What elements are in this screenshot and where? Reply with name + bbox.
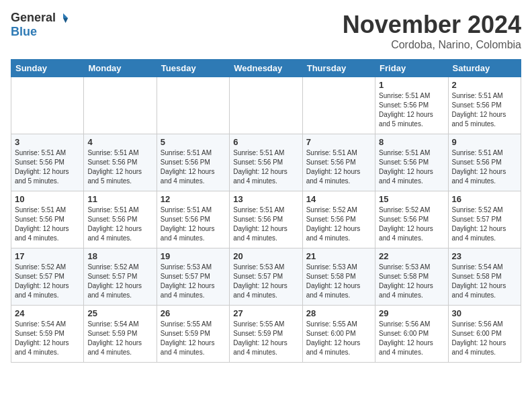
calendar-cell: 15Sunrise: 5:52 AM Sunset: 5:56 PM Dayli… bbox=[375, 191, 448, 248]
day-info: Sunrise: 5:52 AM Sunset: 5:57 PM Dayligh… bbox=[15, 263, 80, 300]
day-info: Sunrise: 5:51 AM Sunset: 5:56 PM Dayligh… bbox=[379, 91, 444, 129]
day-number: 14 bbox=[306, 194, 371, 204]
day-info: Sunrise: 5:52 AM Sunset: 5:57 PM Dayligh… bbox=[87, 263, 152, 300]
day-info: Sunrise: 5:51 AM Sunset: 5:56 PM Dayligh… bbox=[87, 205, 152, 243]
weekday-header-thursday: Thursday bbox=[302, 60, 375, 77]
day-info: Sunrise: 5:55 AM Sunset: 5:59 PM Dayligh… bbox=[233, 320, 298, 357]
day-info: Sunrise: 5:56 AM Sunset: 6:00 PM Dayligh… bbox=[379, 320, 444, 357]
day-info: Sunrise: 5:52 AM Sunset: 5:56 PM Dayligh… bbox=[379, 205, 444, 243]
day-number: 20 bbox=[233, 251, 298, 261]
day-number: 21 bbox=[306, 251, 371, 261]
day-info: Sunrise: 5:54 AM Sunset: 5:59 PM Dayligh… bbox=[15, 320, 80, 357]
day-info: Sunrise: 5:51 AM Sunset: 5:56 PM Dayligh… bbox=[161, 205, 226, 243]
calendar-cell: 27Sunrise: 5:55 AM Sunset: 5:59 PM Dayli… bbox=[230, 306, 302, 363]
calendar-cell: 17Sunrise: 5:52 AM Sunset: 5:57 PM Dayli… bbox=[11, 248, 84, 306]
calendar-cell: 12Sunrise: 5:51 AM Sunset: 5:56 PM Dayli… bbox=[157, 191, 229, 248]
calendar-cell bbox=[302, 77, 375, 134]
day-number: 2 bbox=[452, 80, 517, 90]
calendar-week-1: 1Sunrise: 5:51 AM Sunset: 5:56 PM Daylig… bbox=[11, 77, 521, 134]
month-title: November 2024 bbox=[343, 11, 521, 39]
day-number: 19 bbox=[161, 251, 226, 261]
day-number: 9 bbox=[452, 137, 517, 147]
calendar-cell: 4Sunrise: 5:51 AM Sunset: 5:56 PM Daylig… bbox=[84, 134, 157, 191]
calendar-cell: 7Sunrise: 5:51 AM Sunset: 5:56 PM Daylig… bbox=[302, 134, 375, 191]
calendar-cell: 21Sunrise: 5:53 AM Sunset: 5:58 PM Dayli… bbox=[302, 248, 375, 306]
day-number: 16 bbox=[452, 194, 517, 204]
day-info: Sunrise: 5:55 AM Sunset: 5:59 PM Dayligh… bbox=[161, 320, 226, 357]
day-number: 17 bbox=[15, 251, 80, 261]
calendar-cell: 5Sunrise: 5:51 AM Sunset: 5:56 PM Daylig… bbox=[157, 134, 229, 191]
day-info: Sunrise: 5:52 AM Sunset: 5:57 PM Dayligh… bbox=[452, 205, 517, 243]
day-number: 15 bbox=[379, 194, 444, 204]
day-info: Sunrise: 5:55 AM Sunset: 6:00 PM Dayligh… bbox=[306, 320, 371, 357]
day-number: 10 bbox=[15, 194, 80, 204]
calendar-cell: 11Sunrise: 5:51 AM Sunset: 5:56 PM Dayli… bbox=[84, 191, 157, 248]
calendar-cell: 14Sunrise: 5:52 AM Sunset: 5:56 PM Dayli… bbox=[302, 191, 375, 248]
weekday-header-tuesday: Tuesday bbox=[157, 60, 229, 77]
calendar-cell: 10Sunrise: 5:51 AM Sunset: 5:56 PM Dayli… bbox=[11, 191, 84, 248]
calendar-cell: 6Sunrise: 5:51 AM Sunset: 5:56 PM Daylig… bbox=[230, 134, 302, 191]
day-number: 8 bbox=[379, 137, 444, 147]
day-number: 5 bbox=[161, 137, 226, 147]
weekday-header-friday: Friday bbox=[375, 60, 448, 77]
calendar-cell bbox=[157, 77, 229, 134]
day-info: Sunrise: 5:51 AM Sunset: 5:56 PM Dayligh… bbox=[379, 148, 444, 186]
day-info: Sunrise: 5:51 AM Sunset: 5:56 PM Dayligh… bbox=[452, 91, 517, 129]
calendar-week-2: 3Sunrise: 5:51 AM Sunset: 5:56 PM Daylig… bbox=[11, 134, 521, 191]
weekday-header-saturday: Saturday bbox=[448, 60, 521, 77]
day-number: 24 bbox=[15, 308, 80, 318]
calendar-cell: 8Sunrise: 5:51 AM Sunset: 5:56 PM Daylig… bbox=[375, 134, 448, 191]
svg-marker-0 bbox=[63, 13, 68, 17]
logo: General Blue bbox=[11, 11, 69, 39]
logo-general-text: General bbox=[11, 11, 56, 25]
day-number: 29 bbox=[379, 308, 444, 318]
day-number: 28 bbox=[306, 308, 371, 318]
day-number: 22 bbox=[379, 251, 444, 261]
day-info: Sunrise: 5:51 AM Sunset: 5:56 PM Dayligh… bbox=[15, 148, 80, 186]
day-info: Sunrise: 5:51 AM Sunset: 5:56 PM Dayligh… bbox=[452, 148, 517, 186]
day-number: 6 bbox=[233, 137, 298, 147]
day-info: Sunrise: 5:51 AM Sunset: 5:56 PM Dayligh… bbox=[15, 205, 80, 243]
calendar-cell: 26Sunrise: 5:55 AM Sunset: 5:59 PM Dayli… bbox=[157, 306, 229, 363]
calendar-cell: 9Sunrise: 5:51 AM Sunset: 5:56 PM Daylig… bbox=[448, 134, 521, 191]
day-number: 27 bbox=[233, 308, 298, 318]
calendar-cell bbox=[230, 77, 302, 134]
svg-marker-1 bbox=[63, 18, 68, 23]
calendar-body: 1Sunrise: 5:51 AM Sunset: 5:56 PM Daylig… bbox=[11, 77, 521, 363]
calendar-cell: 16Sunrise: 5:52 AM Sunset: 5:57 PM Dayli… bbox=[448, 191, 521, 248]
weekday-header-monday: Monday bbox=[84, 60, 157, 77]
day-info: Sunrise: 5:53 AM Sunset: 5:57 PM Dayligh… bbox=[233, 263, 298, 300]
calendar-cell: 2Sunrise: 5:51 AM Sunset: 5:56 PM Daylig… bbox=[448, 77, 521, 134]
calendar-cell: 3Sunrise: 5:51 AM Sunset: 5:56 PM Daylig… bbox=[11, 134, 84, 191]
day-info: Sunrise: 5:53 AM Sunset: 5:57 PM Dayligh… bbox=[161, 263, 226, 300]
calendar-cell: 22Sunrise: 5:53 AM Sunset: 5:58 PM Dayli… bbox=[375, 248, 448, 306]
calendar-week-3: 10Sunrise: 5:51 AM Sunset: 5:56 PM Dayli… bbox=[11, 191, 521, 248]
day-info: Sunrise: 5:51 AM Sunset: 5:56 PM Dayligh… bbox=[87, 148, 152, 186]
calendar-cell: 24Sunrise: 5:54 AM Sunset: 5:59 PM Dayli… bbox=[11, 306, 84, 363]
day-info: Sunrise: 5:56 AM Sunset: 6:00 PM Dayligh… bbox=[452, 320, 517, 357]
day-number: 26 bbox=[161, 308, 226, 318]
location-title: Cordoba, Narino, Colombia bbox=[343, 39, 521, 51]
calendar-week-4: 17Sunrise: 5:52 AM Sunset: 5:57 PM Dayli… bbox=[11, 248, 521, 306]
weekday-header-row: SundayMondayTuesdayWednesdayThursdayFrid… bbox=[11, 60, 521, 77]
day-number: 4 bbox=[87, 137, 152, 147]
day-number: 23 bbox=[452, 251, 517, 261]
logo-flag-icon bbox=[57, 12, 69, 24]
logo-blue-text: Blue bbox=[11, 25, 37, 39]
day-number: 3 bbox=[15, 137, 80, 147]
calendar-cell: 20Sunrise: 5:53 AM Sunset: 5:57 PM Dayli… bbox=[230, 248, 302, 306]
day-info: Sunrise: 5:51 AM Sunset: 5:56 PM Dayligh… bbox=[306, 148, 371, 186]
weekday-header-sunday: Sunday bbox=[11, 60, 84, 77]
calendar-cell: 19Sunrise: 5:53 AM Sunset: 5:57 PM Dayli… bbox=[157, 248, 229, 306]
calendar-cell bbox=[11, 77, 84, 134]
calendar-cell: 25Sunrise: 5:54 AM Sunset: 5:59 PM Dayli… bbox=[84, 306, 157, 363]
header: General Blue November 2024 Cordoba, Nari… bbox=[11, 11, 521, 51]
day-info: Sunrise: 5:51 AM Sunset: 5:56 PM Dayligh… bbox=[161, 148, 226, 186]
day-number: 12 bbox=[161, 194, 226, 204]
calendar-cell bbox=[84, 77, 157, 134]
day-info: Sunrise: 5:53 AM Sunset: 5:58 PM Dayligh… bbox=[306, 263, 371, 300]
title-area: November 2024 Cordoba, Narino, Colombia bbox=[343, 11, 521, 51]
weekday-header-wednesday: Wednesday bbox=[230, 60, 302, 77]
day-info: Sunrise: 5:54 AM Sunset: 5:59 PM Dayligh… bbox=[87, 320, 152, 357]
day-number: 7 bbox=[306, 137, 371, 147]
